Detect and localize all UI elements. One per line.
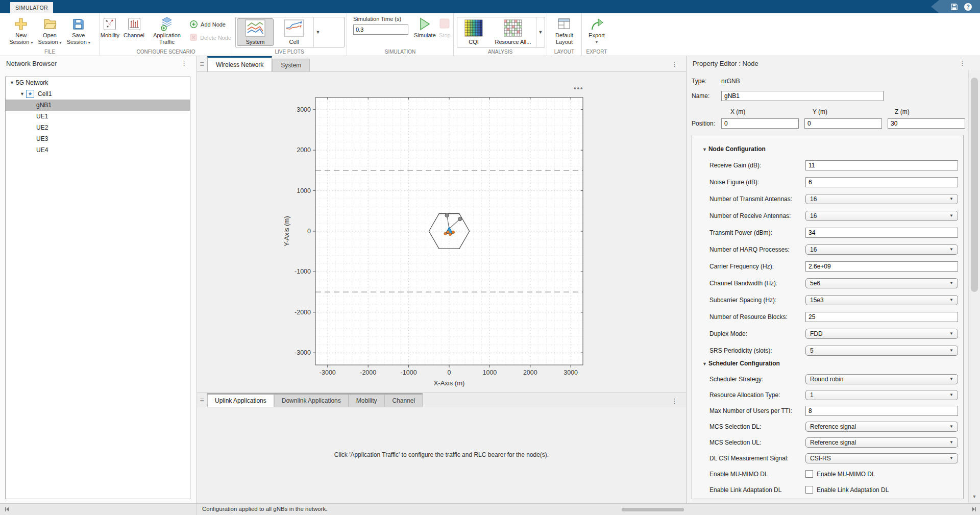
tab-simulator[interactable]: SIMULATOR — [10, 2, 53, 13]
field-number-of-receive-antennas-dropdown[interactable]: 16▼ — [805, 211, 958, 221]
field-number-of-resource-blocks-input[interactable] — [805, 312, 958, 322]
mobility-button[interactable]: Mobility — [101, 15, 119, 39]
tree-item-ue2[interactable]: UE2 — [6, 122, 190, 133]
field-subcarrier-spacing-hz-dropdown[interactable]: 15e3▼ — [805, 295, 958, 305]
tab-downlink-applications[interactable]: Downlink Applications — [274, 395, 349, 407]
help-icon[interactable]: ? — [964, 3, 972, 11]
field-label: MCS Selection UL: — [709, 439, 805, 446]
field-row-scheduler-strategy: Scheduler Strategy:Round robin▼ — [709, 371, 958, 387]
channel-button[interactable]: Channel — [124, 15, 144, 39]
ribbon-section-layout: Default Layout LAYOUT — [547, 13, 582, 56]
skip-to-start-icon[interactable] — [4, 506, 10, 513]
simulate-button[interactable]: Simulate — [413, 15, 436, 39]
horizontal-scrollbar-thumb[interactable] — [622, 508, 684, 511]
cell-plot-button[interactable]: Cell — [276, 18, 312, 46]
dropdown-caret-icon: ▼ — [949, 247, 953, 252]
field-scheduler-strategy-dropdown[interactable]: Round robin▼ — [805, 374, 958, 384]
resource-allocation-plot-button[interactable]: Resource All... — [491, 18, 535, 46]
delete-node-button[interactable]: Delete Node — [189, 31, 231, 44]
tab-channel[interactable]: Channel — [384, 395, 423, 407]
tree-item-gnb1[interactable]: gNB1 — [6, 100, 190, 111]
position-label: Position: — [692, 120, 721, 127]
status-bar: Configuration applied to all gNBs in the… — [0, 503, 980, 515]
field-number-of-transmit-antennas-dropdown[interactable]: 16▼ — [805, 194, 958, 204]
checkbox-icon[interactable] — [805, 486, 813, 494]
dropdown-caret-icon: ▼ — [949, 456, 953, 460]
ribbon-section-file: New Session ▾ Open Session ▾ Save Sessio… — [0, 13, 100, 56]
tree-item-ue4[interactable]: UE4 — [6, 144, 190, 156]
field-noise-figure-db-input[interactable] — [805, 177, 958, 187]
new-session-button[interactable]: New Session ▾ — [9, 15, 33, 46]
tree-expand-caret-icon[interactable]: ▼ — [20, 91, 26, 96]
panel-drag-handle-icon[interactable]: ☰ — [197, 56, 207, 71]
network-browser-menu-icon[interactable]: ⋮ — [181, 59, 187, 67]
section-header-scheduler-configuration[interactable]: ▼Scheduler Configuration — [702, 360, 958, 367]
dropdown-caret-icon: ▼ — [949, 424, 953, 429]
simulation-time-input[interactable] — [353, 24, 408, 35]
field-mcs-selection-ul-dropdown[interactable]: Reference signal▼ — [805, 437, 958, 448]
field-label: Receive Gain (dB): — [709, 162, 805, 169]
open-session-button[interactable]: Open Session ▾ — [38, 15, 61, 46]
tab-system[interactable]: System — [272, 59, 310, 71]
field-enable-mu-mimo-dl-checkbox[interactable]: Enable MU-MIMO DL — [805, 470, 958, 478]
field-transmit-power-dbm-input[interactable] — [805, 228, 958, 238]
live-plots-gallery-caret[interactable]: ▼ — [313, 17, 322, 47]
dropdown-value: 5e6 — [810, 280, 949, 287]
position-y-input[interactable] — [804, 118, 882, 129]
field-dl-csi-measurement-signal-dropdown[interactable]: CSI-RS▼ — [805, 453, 958, 463]
field-carrier-frequency-hz-input[interactable] — [805, 261, 958, 272]
field-row-duplex-mode: Duplex Mode:FDD▼ — [709, 325, 958, 342]
field-srs-periodicity-slots-dropdown[interactable]: 5▼ — [805, 346, 958, 356]
name-input[interactable] — [721, 91, 884, 101]
dropdown-caret-icon: ▼ — [949, 377, 953, 381]
section-collapse-caret-icon: ▼ — [702, 361, 707, 366]
add-node-button[interactable]: Add Node — [189, 18, 231, 31]
pe-sections: ▼Node ConfigurationReceive Gain (dB):Noi… — [692, 135, 964, 499]
tree-item-5g-network[interactable]: ▼5G Network — [6, 77, 190, 88]
skip-to-end-icon[interactable] — [971, 506, 977, 513]
tab-wireless-network[interactable]: Wireless Network — [207, 56, 272, 71]
property-editor-scrollbar[interactable]: ▼ — [968, 70, 980, 503]
field-enable-link-adaptation-dl-checkbox[interactable]: Enable Link Adaptation DL — [805, 486, 958, 494]
field-duplex-mode-dropdown[interactable]: FDD▼ — [805, 329, 958, 339]
position-x-input[interactable] — [721, 118, 799, 129]
application-traffic-icon — [159, 16, 175, 32]
tree-item-cell1[interactable]: ▼★Cell1 — [6, 88, 190, 100]
tree-item-label: UE2 — [36, 124, 48, 131]
network-plot[interactable]: -3000-2000-10000100020003000-3000-2000-1… — [197, 72, 686, 393]
tree-item-ue1[interactable]: UE1 — [6, 111, 190, 122]
system-plot-button[interactable]: System — [237, 18, 274, 46]
analysis-gallery-caret[interactable]: ▼ — [536, 17, 545, 47]
field-resource-allocation-type-dropdown[interactable]: 1▼ — [805, 390, 958, 400]
field-label: Carrier Frequency (Hz): — [709, 263, 805, 270]
save-session-button[interactable]: Save Session ▾ — [67, 15, 90, 46]
default-layout-button[interactable]: Default Layout — [555, 15, 573, 45]
position-z-input[interactable] — [888, 118, 965, 129]
configuration-tabs-menu-icon[interactable]: ⋮ — [671, 397, 678, 405]
tree-item-ue3[interactable]: UE3 — [6, 133, 190, 144]
export-button[interactable]: Export ▾ — [589, 15, 605, 45]
field-mcs-selection-dl-dropdown[interactable]: Reference signal▼ — [805, 422, 958, 432]
application-traffic-button[interactable]: Application Traffic — [149, 15, 185, 45]
field-number-of-harq-processes-dropdown[interactable]: 16▼ — [805, 244, 958, 255]
panel-drag-handle-icon[interactable]: ☰ — [197, 393, 207, 407]
tab-mobility[interactable]: Mobility — [349, 395, 385, 407]
field-channel-bandwidth-hz-dropdown[interactable]: 5e6▼ — [805, 278, 958, 288]
stop-button[interactable]: Stop — [436, 15, 453, 39]
save-disk-icon — [71, 16, 85, 32]
tree-expand-caret-icon[interactable]: ▼ — [10, 80, 16, 85]
scroll-down-arrow-icon[interactable]: ▼ — [969, 494, 980, 499]
tab-uplink-applications[interactable]: Uplink Applications — [207, 395, 274, 407]
tree-item-label: Cell1 — [38, 90, 52, 97]
save-icon[interactable] — [950, 3, 958, 11]
field-row-subcarrier-spacing-hz: Subcarrier Spacing (Hz):15e3▼ — [709, 291, 958, 308]
checkbox-icon[interactable] — [805, 470, 813, 478]
property-editor-menu-icon[interactable]: ⋮ — [959, 59, 966, 67]
document-tabs-menu-icon[interactable]: ⋮ — [671, 60, 678, 68]
cqi-plot-button[interactable]: CQI — [458, 18, 489, 46]
field-receive-gain-db-input[interactable] — [805, 160, 958, 170]
axes-toolbar-icon[interactable]: ••• — [574, 84, 584, 92]
section-header-node-configuration[interactable]: ▼Node Configuration — [702, 145, 958, 153]
field-max-number-of-users-per-tti-input[interactable] — [805, 406, 958, 416]
scrollbar-thumb[interactable] — [971, 78, 978, 292]
